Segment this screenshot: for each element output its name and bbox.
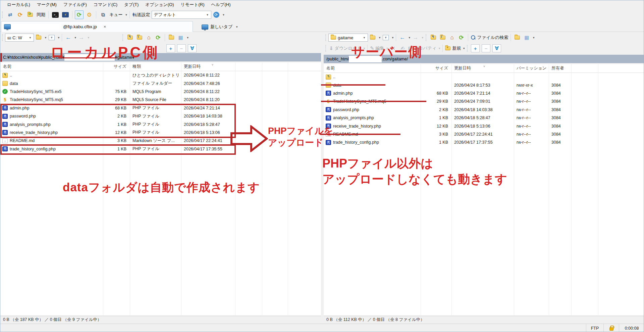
column-header-name[interactable]: 名前: [0, 64, 103, 69]
chevron-down-icon: ▼: [421, 36, 424, 39]
file-row[interactable]: ✓TradeHistorySync_MT5.ex575 KBMQL5 Progr…: [0, 88, 321, 96]
file-row[interactable]: dataファイル フォルダー2026/04/24 7:48:26: [0, 79, 321, 87]
column-header-date[interactable]: 更新日時: [181, 64, 235, 69]
find-files-button[interactable]: ファイルの検索: [471, 34, 508, 42]
menu-item[interactable]: ヘルプ(H): [208, 0, 234, 9]
file-name-cell: 秀admin.php: [324, 91, 421, 96]
terminal-button[interactable]: >_: [51, 10, 60, 19]
root-directory-button[interactable]: /: [439, 34, 447, 42]
back-button[interactable]: ←: [64, 34, 72, 42]
chevron-down-icon[interactable]: ▼: [391, 36, 394, 39]
details-view-button[interactable]: ▦: [177, 34, 185, 42]
root-directory-button[interactable]: \: [136, 34, 144, 42]
column-header-date[interactable]: 更新日時: [451, 65, 514, 71]
swap-panels-button[interactable]: ⇄: [6, 10, 14, 19]
refresh-toggle-button[interactable]: ⟳: [75, 10, 84, 19]
menu-item[interactable]: コマンド(C): [90, 0, 121, 9]
column-header-name[interactable]: 名前: [324, 65, 421, 71]
new-folder-icon: ✦: [445, 46, 450, 50]
menu-item[interactable]: ローカル(L): [4, 0, 34, 9]
file-name-cell: ✓TradeHistorySync_MT5.ex5: [0, 89, 103, 94]
file-size-cell: 1 KB: [421, 115, 451, 120]
file-name-cell: data: [0, 81, 103, 86]
close-icon[interactable]: ×: [104, 24, 106, 29]
chevron-down-icon[interactable]: ▼: [57, 36, 60, 39]
column-header-permissions[interactable]: パーミッション: [514, 65, 549, 71]
red-tick-annotation: [0, 53, 2, 62]
chevron-down-icon[interactable]: ▼: [408, 36, 411, 39]
filter-all-button[interactable]: ∀: [492, 44, 501, 52]
chevron-down-icon[interactable]: ▼: [378, 36, 381, 39]
menu-item[interactable]: マーク(M): [34, 0, 60, 9]
new-tab-label: 新しいタブ: [210, 24, 232, 30]
column-header-size[interactable]: サイズ: [421, 65, 451, 71]
markdown-file-icon: ↓: [2, 138, 8, 143]
preferences-button[interactable]: ⚙: [85, 10, 94, 19]
file-row[interactable]: ..: [324, 73, 644, 81]
new-button[interactable]: ✦ 新規: [445, 44, 461, 52]
transfer-options-button[interactable]: ⟳: [212, 10, 221, 19]
remote-directory-select[interactable]: gaitame ▼: [328, 34, 368, 42]
tab-session[interactable]: @ftp.kabu.cfbx.jp ×: [1, 21, 193, 32]
filter-button[interactable]: ▼: [48, 34, 56, 42]
column-header-owner[interactable]: 所有者: [549, 65, 571, 71]
refresh-button[interactable]: ⟳: [154, 34, 162, 42]
chevron-down-icon[interactable]: ▼: [44, 36, 47, 39]
file-row[interactable]: ..ひとつ上のディレクトリ2026/04/24 8:11:22: [0, 71, 321, 79]
separator: [129, 11, 130, 18]
menu-item[interactable]: リモート(R): [177, 0, 208, 9]
tree-view-button[interactable]: [513, 34, 521, 42]
transfer-preset-select[interactable]: デフォルト ▼: [152, 11, 211, 19]
queue-button[interactable]: ⧉: [99, 10, 107, 19]
remove-button[interactable]: −: [177, 44, 186, 52]
back-button[interactable]: ←: [398, 34, 407, 42]
file-row[interactable]: 秀receive_trade_history.php12 KB2026/04/1…: [324, 122, 644, 130]
menu-item[interactable]: タブ(T): [121, 0, 142, 9]
home-directory-button[interactable]: ⌂: [145, 34, 153, 42]
parent-directory-button[interactable]: ↰: [429, 34, 437, 42]
file-row[interactable]: 秀password.php2 KB2026/04/18 14:03:38rw-r…: [324, 106, 644, 114]
forward-button[interactable]: →: [412, 34, 420, 42]
column-divider: [451, 64, 452, 315]
menu-item[interactable]: ファイル(F): [60, 0, 90, 9]
remove-button[interactable]: −: [482, 44, 490, 52]
chevron-down-icon[interactable]: ▼: [235, 26, 238, 29]
sync-browsing-button[interactable]: ⟳: [26, 10, 35, 19]
open-directory-button[interactable]: [369, 34, 377, 42]
chevron-down-icon[interactable]: ▼: [532, 36, 535, 39]
tab-new-session[interactable]: 新しいタブ ▼: [198, 22, 296, 32]
encryption-cell[interactable]: [603, 324, 619, 332]
add-button[interactable]: +: [471, 44, 480, 52]
parent-directory-button[interactable]: ↰: [126, 34, 134, 42]
mql5-program-icon: ✓: [2, 89, 8, 94]
filter-button[interactable]: ▼: [382, 34, 390, 42]
filter-all-button[interactable]: ∀: [188, 44, 197, 52]
open-directory-button[interactable]: [35, 34, 43, 42]
chevron-down-icon[interactable]: ▼: [125, 13, 128, 16]
home-directory-button[interactable]: ⌂: [448, 34, 456, 42]
drive-select[interactable]: 🖴 C: W ▼: [5, 34, 34, 42]
local-path-bar[interactable]: C:¥htdocs¥mixhost¥public_html¥ ¥gaitame¥: [0, 53, 321, 61]
chevron-down-icon[interactable]: ▼: [186, 36, 189, 39]
details-view-button[interactable]: ▦: [523, 34, 531, 42]
file-row[interactable]: 秀trade_history_config.php1 KB2026/04/17 …: [324, 138, 644, 146]
chevron-down-icon[interactable]: ▼: [74, 36, 77, 39]
add-button[interactable]: +: [166, 44, 175, 52]
refresh-button[interactable]: ⟳: [458, 34, 466, 42]
menu-item[interactable]: オプション(O): [142, 0, 177, 9]
chevron-down-icon[interactable]: ▼: [222, 13, 225, 16]
chevron-down-icon[interactable]: ▼: [463, 47, 465, 50]
synchronize-button[interactable]: ⟳: [16, 10, 24, 19]
toolbar-grip: [2, 11, 3, 18]
sort-descending-icon: ˅: [483, 65, 485, 68]
column-header-size[interactable]: サイズ: [103, 64, 130, 69]
file-row[interactable]: 秀admin.php68 KB2026/04/24 7:21:14rw-r--r…: [324, 89, 644, 97]
file-row[interactable]: 5TradeHistorySync_MT5.mq529 KBMQL5 Sourc…: [0, 96, 321, 104]
file-row[interactable]: 秀analysis_prompts.php1 KB2026/04/18 5:28…: [324, 114, 644, 122]
tree-view-button[interactable]: [167, 34, 175, 42]
forward-button[interactable]: →: [77, 34, 86, 42]
folder-up-icon: [2, 73, 8, 78]
column-header-type[interactable]: 種類: [130, 64, 181, 69]
console-button[interactable]: ⚡: [61, 10, 70, 19]
file-date-cell: 2026/04/24 8:17:53: [451, 83, 514, 88]
